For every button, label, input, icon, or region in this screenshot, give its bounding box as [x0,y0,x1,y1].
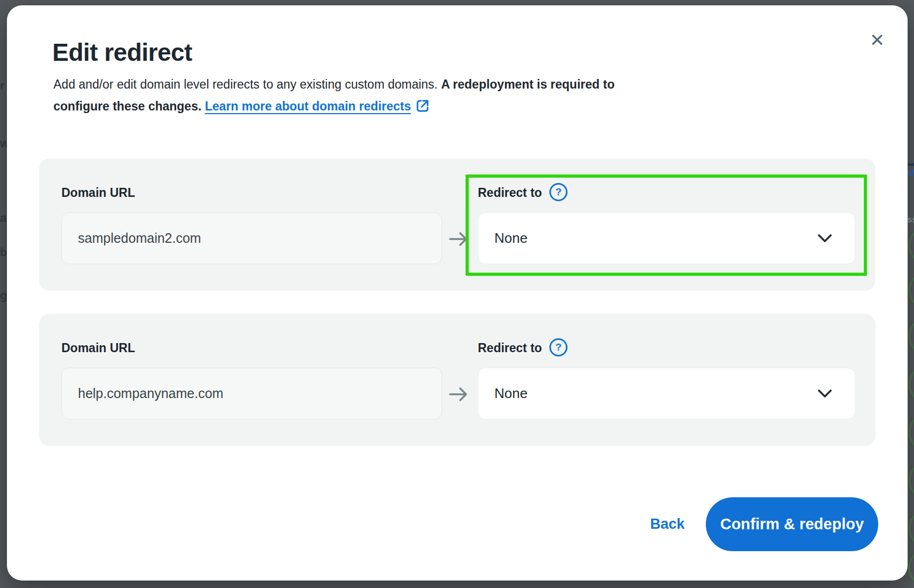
background-scribble-fragment [909,511,914,545]
redirect-to-label-text: Redirect to [478,341,542,355]
arrow-right-icon [449,231,468,247]
background-scribble-fragment [909,463,914,497]
help-icon[interactable]: ? [549,338,568,356]
background-divider-fragment [908,163,914,166]
back-button[interactable]: Back [630,513,705,535]
background-text-fragment: ss [908,215,914,224]
domain-url-label-text: Domain URL [61,186,135,200]
background-scribble-fragment [909,551,914,585]
domain-url-label: Domain URL [61,337,135,359]
confirm-redeploy-button[interactable]: Confirm & redeploy [706,497,878,551]
help-icon[interactable]: ? [549,183,568,201]
selected-option-label: None [494,230,527,247]
learn-more-label: Learn more about domain redirects [205,99,411,113]
background-scribble-fragment [909,319,914,353]
background-page-right-glimpse: M ss [908,0,914,588]
learn-more-link[interactable]: Learn more about domain redirects [205,99,411,113]
background-text-fragment: M [908,169,914,178]
close-button[interactable]: ✕ [864,27,890,53]
background-text-fragment: w [0,138,7,149]
edit-redirect-dialog: ✕ Edit redirect Add and/or edit domain l… [7,5,908,581]
redirect-row-card: Domain URL Redirect to ? None [39,314,876,446]
background-scribble-fragment [909,273,914,307]
domain-url-label: Domain URL [61,182,135,203]
description-text: Add and/or edit domain level redirects t… [53,77,438,91]
background-text-fragment: ai [0,212,7,224]
chevron-down-icon [817,234,832,243]
redirect-to-label: Redirect to ? [478,337,568,359]
background-text-fragment: b [0,247,7,258]
background-scribble-fragment [909,367,914,401]
background-page-left-glimpse: r w ai b g [0,0,7,588]
background-scribble-fragment [909,228,914,263]
arrow-right-icon [449,386,468,402]
close-icon: ✕ [870,31,885,49]
domain-url-input[interactable] [61,368,442,419]
redirect-to-label-text: Redirect to [478,186,542,200]
dialog-title: Edit redirect [52,37,192,67]
external-link-icon [415,98,430,114]
domain-url-input[interactable] [61,212,442,264]
description-bold-text: configure these changes. [53,99,201,113]
redirect-to-select[interactable]: None [478,212,855,264]
domain-url-label-text: Domain URL [61,341,135,355]
redirect-to-select[interactable]: None [478,368,855,419]
selected-option-label: None [494,385,527,402]
chevron-down-icon [817,390,832,398]
background-text-fragment: g [0,290,7,301]
redirect-to-label: Redirect to ? [478,182,568,203]
background-scribble-fragment [909,415,914,449]
redirect-row-card: Domain URL Redirect to ? None [39,158,876,291]
dialog-description: Add and/or edit domain level redirects t… [53,74,742,117]
background-text-fragment: r [0,80,5,92]
description-bold-text: A redeployment is required to [441,77,614,91]
